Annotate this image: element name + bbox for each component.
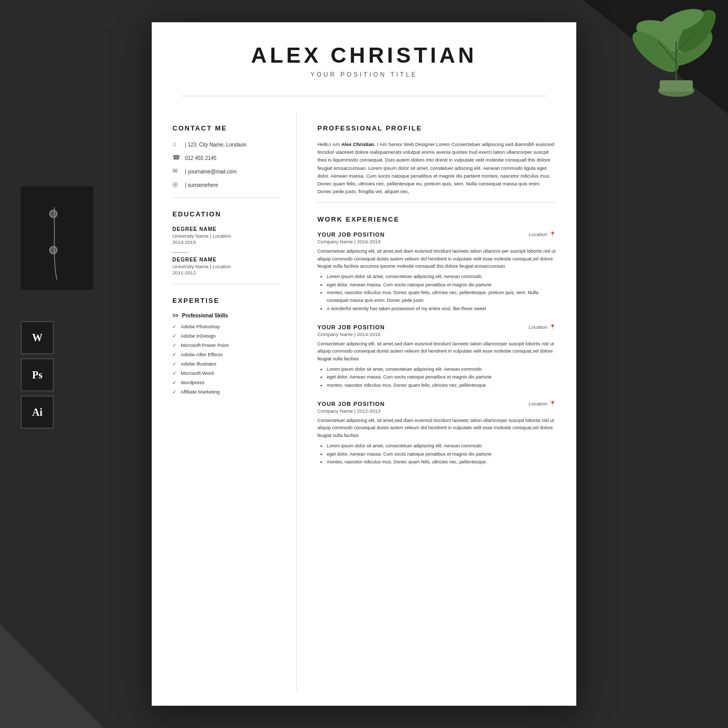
check-icon-4: ✓ <box>172 352 177 357</box>
location-pin-3: 📍 <box>549 401 556 406</box>
bullet-1-3: montes, nascetor ridiculus mus. Donec qu… <box>327 289 556 305</box>
resume-paper: ALEX CHRISTIAN YOUR POSITION TITLE CONTA… <box>152 22 576 706</box>
email-icon: ✉ <box>172 167 181 176</box>
contact-phone-text: 012 455 2145 <box>185 155 216 161</box>
location-pin-1: 📍 <box>549 231 556 237</box>
home-icon: ⌂ <box>172 140 181 149</box>
skype-icon: ◎ <box>172 181 181 189</box>
phone-icon: ☎ <box>172 154 181 162</box>
expertise-section-title: EXPERTISE <box>172 297 281 304</box>
job-bullets-3: Lorem ipsum dolor sit amet, consectetuer… <box>317 442 556 466</box>
skill-adobe-photoshop: ✓ Adobe Photoshop <box>172 324 281 329</box>
contact-item-address: ⌂ | 123, City Name, Londaon <box>172 140 281 149</box>
profile-section-title: PROFESSIONAL PROFILE <box>317 124 556 132</box>
education-section-title: EDUCATION <box>172 210 281 218</box>
skill-name-1: Adobe Photoshop <box>181 324 220 329</box>
skill-affiliate-marketing: ✓ Affiliate Marketing <box>172 389 281 395</box>
check-icon-6: ✓ <box>172 371 177 376</box>
bullet-1-2: eget dolor. Aenean massa. Cum sociis nat… <box>327 281 556 289</box>
contact-address-text: | 123, City Name, Londaon <box>185 142 246 148</box>
edu-year-1: 2014-2015 <box>172 239 281 245</box>
education-section: EDUCATION DEGREE NAME University Name | … <box>172 210 281 275</box>
skill-name-2: Adobe InDesign <box>181 333 216 339</box>
job-company-1: Company Name | 2016-2019 <box>317 239 556 244</box>
contact-section-title: CONTACT ME <box>172 124 281 132</box>
expertise-arrow: >> <box>172 313 179 318</box>
job-title-1: YOUR JOB POSITION <box>317 231 385 238</box>
edu-school-1: University Name | Location <box>172 233 281 239</box>
professional-skills-label: Professional Skills <box>182 313 228 318</box>
bg-decoration-bottom-left <box>0 624 104 728</box>
plant-decoration <box>614 0 728 104</box>
skill-name-7: Wordpress <box>181 380 205 385</box>
expertise-category-label: >> Professional Skills <box>172 313 281 318</box>
skill-adobe-after-effects: ✓ Adobe After Effects <box>172 352 281 357</box>
edu-degree-2: DEGREE NAME <box>172 257 281 263</box>
skill-name-8: Affiliate Marketing <box>181 389 220 395</box>
resume-name: ALEX CHRISTIAN <box>183 43 545 68</box>
svg-rect-1 <box>660 80 693 92</box>
bullet-3-1: Lorem ipsum dolor sit amet, consectetuer… <box>327 442 556 450</box>
check-icon-3: ✓ <box>172 343 177 348</box>
job-location-2: Location 📍 <box>529 324 556 330</box>
contact-skype-text: | surnamehere <box>185 182 218 188</box>
contact-section: CONTACT ME ⌂ | 123, City Name, Londaon ☎… <box>172 124 281 189</box>
job-title-3: YOUR JOB POSITION <box>317 401 385 407</box>
skill-name-4: Adobe After Effects <box>181 352 223 357</box>
left-column: CONTACT ME ⌂ | 123, City Name, Londaon ☎… <box>152 112 297 690</box>
contact-email-text: | yourname@mail.com <box>185 169 237 174</box>
job-desc-1: Consectetuer adipiscing elit, sit amet,s… <box>317 247 556 270</box>
resume-body: CONTACT ME ⌂ | 123, City Name, Londaon ☎… <box>152 96 576 706</box>
work-entry-2: YOUR JOB POSITION Location 📍 Company Nam… <box>317 324 556 389</box>
check-icon-2: ✓ <box>172 333 177 339</box>
expertise-section: EXPERTISE >> Professional Skills ✓ Adobe… <box>172 297 281 395</box>
bullet-2-3: montes, nascetor ridiculus mus. Donec qu… <box>327 382 556 389</box>
app-icons-container: W Ps Ai <box>21 321 54 429</box>
bullet-2-1: Lorem ipsum dolor sit amet, consectetuer… <box>327 366 556 373</box>
skill-name-6: Microsoft Word <box>181 370 214 376</box>
right-column: PROFESSIONAL PROFILE Hello,I Am Alex Chr… <box>297 112 576 690</box>
skill-microsoft-word: ✓ Microsoft Word <box>172 370 281 376</box>
bullet-1-1: Lorem ipsum dolor sit amet, consectetuer… <box>327 273 556 281</box>
bullet-1-4: A wonderful serenity has taken possessio… <box>327 305 556 313</box>
check-icon-1: ✓ <box>172 324 177 329</box>
skill-adobe-indesign: ✓ Adobe InDesign <box>172 333 281 339</box>
bullet-2-2: eget dolor. Aenean massa. Cum sociis nat… <box>327 373 556 381</box>
job-bullets-2: Lorem ipsum dolor sit amet, consectetuer… <box>317 366 556 389</box>
job-location-3: Location 📍 <box>529 401 556 406</box>
edu-entry-2: DEGREE NAME University Name | Location 2… <box>172 257 281 275</box>
edu-year-2: 2011-2012 <box>172 270 281 275</box>
edu-degree-1: DEGREE NAME <box>172 226 281 232</box>
work-entry-3: YOUR JOB POSITION Location 📍 Company Nam… <box>317 401 556 466</box>
contact-item-phone: ☎ 012 455 2145 <box>172 154 281 162</box>
skill-adobe-illustrator: ✓ Adobe Illustrator <box>172 361 281 367</box>
check-icon-7: ✓ <box>172 380 177 385</box>
location-pin-2: 📍 <box>549 324 556 330</box>
work-entry-1: YOUR JOB POSITION Location 📍 Company Nam… <box>317 231 556 313</box>
word-icon: W <box>21 321 54 354</box>
edu-entry-1: DEGREE NAME University Name | Location 2… <box>172 226 281 253</box>
job-desc-3: Consectetuer adipiscing elit, sit amet,s… <box>317 417 556 439</box>
skill-name-3: Microsoft Power Point <box>181 342 228 348</box>
illustrator-icon: Ai <box>21 396 54 429</box>
check-icon-8: ✓ <box>172 389 177 395</box>
profile-section: PROFESSIONAL PROFILE Hello,I Am Alex Chr… <box>317 124 556 195</box>
envelope <box>16 166 98 311</box>
bullet-3-2: eget dolor. Aenean massa. Cum sociis nat… <box>327 450 556 458</box>
check-icon-5: ✓ <box>172 361 177 367</box>
edu-school-2: University Name | Location <box>172 264 281 269</box>
job-desc-2: Consectetuer adipiscing elit, sit amet,s… <box>317 340 556 362</box>
contact-item-email: ✉ | yourname@mail.com <box>172 167 281 176</box>
work-experience-section: WORK EXPERIENCE YOUR JOB POSITION Locati… <box>317 215 556 466</box>
photoshop-icon: Ps <box>21 358 54 391</box>
job-bullets-1: Lorem ipsum dolor sit amet, consectetuer… <box>317 273 556 312</box>
bullet-3-3: montes, nascetor ridiculus mus. Donec qu… <box>327 458 556 466</box>
contact-item-skype: ◎ | surnamehere <box>172 181 281 189</box>
skill-wordpress: ✓ Wordpress <box>172 380 281 385</box>
skill-name-5: Adobe Illustrator <box>181 361 216 367</box>
resume-title: YOUR POSITION TITLE <box>183 71 545 78</box>
skill-microsoft-powerpoint: ✓ Microsoft Power Point <box>172 342 281 348</box>
profile-text: Hello,I Am Alex Christian. I Am Senior W… <box>317 140 556 195</box>
job-location-1: Location 📍 <box>529 231 556 237</box>
job-company-3: Company Name | 2012-2013 <box>317 408 556 414</box>
